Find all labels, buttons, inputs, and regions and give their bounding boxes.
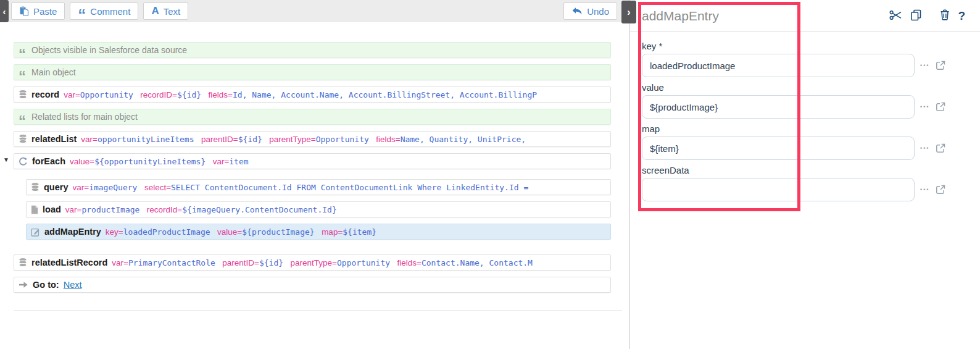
edit-icon	[31, 227, 40, 237]
open-in-new-icon[interactable]	[935, 184, 946, 195]
flow-row-record[interactable]: record var=Opportunity recordID=${id} fi…	[14, 86, 611, 103]
command-name: forEach	[32, 156, 65, 166]
attr-value: Contact.Name, Contact.M	[421, 258, 533, 267]
attr-value: Opportunity	[80, 90, 133, 99]
attr-name: recordId=	[147, 205, 182, 214]
value-input[interactable]	[642, 95, 915, 119]
paste-icon	[19, 6, 29, 16]
comment-row[interactable]: “ Main object	[14, 64, 611, 80]
more-options-icon[interactable]: •••	[920, 104, 929, 110]
cut-button[interactable]	[888, 9, 903, 23]
attr-name: fields=	[397, 258, 421, 267]
collapse-right-chevron-icon[interactable]: ›	[621, 1, 636, 23]
attr-value: PrimaryContactRole	[128, 258, 215, 267]
comment-text: Objects visible in Salesforce data sourc…	[31, 45, 187, 55]
flow-row-addmapentry-selected[interactable]: addMapEntry key=loadedProductImage value…	[26, 224, 611, 240]
attr-name: parentType=	[291, 258, 337, 267]
field-row: •••	[642, 95, 980, 119]
attr-name: parentID=	[222, 258, 259, 267]
field-label-value: value	[642, 82, 980, 93]
field-label-map: map	[642, 124, 980, 134]
attr-name: var=	[81, 135, 98, 144]
command-name: query	[44, 182, 69, 192]
command-attrs: var=imageQuery select=SELECT ContentDocu…	[73, 182, 533, 193]
collapse-left-chevron-icon[interactable]: ‹	[0, 0, 9, 22]
attr-value: ${productImage}	[242, 227, 314, 237]
paste-button[interactable]: Paste	[11, 2, 65, 20]
quote-icon: “	[78, 12, 86, 18]
more-options-icon[interactable]: •••	[920, 187, 929, 193]
flow-row-relatedlistrecord[interactable]: relatedListRecord var=PrimaryContactRole…	[14, 254, 611, 271]
loop-icon	[19, 157, 28, 166]
field-row: •••	[642, 137, 980, 160]
field-row: •••	[642, 178, 980, 201]
delete-button[interactable]	[939, 8, 951, 23]
flow-row-relatedlist[interactable]: relatedList var=opportunityLineItems par…	[14, 131, 611, 147]
comment-row[interactable]: “ Related lists for main object	[14, 109, 611, 125]
field-label-screendata: screenData	[642, 165, 980, 175]
database-icon	[19, 258, 27, 267]
attr-name: fields=	[209, 90, 233, 99]
flow-row-query[interactable]: query var=imageQuery select=SELECT Conte…	[26, 179, 611, 195]
chevron-right-icon: ›	[627, 7, 630, 18]
properties-actions: ?	[888, 8, 966, 24]
content-bottom-divider	[14, 310, 622, 311]
attr-value: opportunityLineItems	[98, 135, 194, 144]
attr-name: value=	[217, 227, 242, 237]
attr-name: var=	[73, 183, 89, 192]
command-attrs: value=${opportunityLineItems} var=item	[70, 156, 253, 167]
flow-row-foreach[interactable]: forEach value=${opportunityLineItems} va…	[14, 153, 611, 169]
scissors-icon	[889, 10, 902, 22]
attr-name: fields=	[376, 135, 400, 144]
attr-name: parentType=	[269, 135, 315, 144]
more-options-icon[interactable]: •••	[920, 62, 929, 69]
more-options-icon[interactable]: •••	[920, 145, 929, 151]
goto-label: Go to:	[33, 280, 59, 290]
comment-button-label: Comment	[90, 6, 130, 17]
attr-value: loadedProductImage	[123, 227, 210, 237]
quote-icon: “	[19, 119, 26, 123]
command-attrs: var=opportunityLineItems parentID=${id} …	[81, 133, 530, 145]
command-name: relatedListRecord	[31, 258, 107, 267]
database-icon	[19, 134, 27, 144]
editor-toolbar: ‹ Paste “ Comment A Text	[0, 0, 629, 22]
help-button[interactable]: ?	[957, 8, 966, 24]
attr-name: var=	[64, 90, 80, 99]
properties-fields: key * ••• value •••	[630, 32, 980, 201]
attr-name: key=	[106, 227, 123, 237]
map-input[interactable]	[642, 137, 915, 160]
file-icon	[31, 205, 38, 214]
database-icon	[19, 90, 27, 99]
attr-value: ${id}	[238, 135, 262, 144]
screendata-input[interactable]	[642, 178, 915, 201]
key-input[interactable]	[642, 54, 915, 77]
command-attrs: var=Opportunity recordID=${id} fields=Id…	[64, 89, 541, 100]
attr-value: Id, Name, Account.Name, Account.BillingS…	[233, 90, 537, 99]
flow-row-load[interactable]: load var=productImage recordId=${imageQu…	[26, 201, 611, 217]
attr-value: Opportunity	[316, 135, 369, 144]
open-in-new-icon[interactable]	[935, 143, 946, 154]
attr-value: SELECT ContentDocument.Id FROM ContentDo…	[171, 183, 528, 192]
attr-name: select=	[144, 183, 171, 192]
attr-name: value=	[70, 157, 94, 166]
attr-value: ${opportunityLineItems}	[94, 157, 206, 166]
comment-button[interactable]: “ Comment	[70, 2, 138, 20]
text-button[interactable]: A Text	[143, 2, 188, 20]
undo-icon	[571, 7, 583, 15]
app: ‹ Paste “ Comment A Text	[0, 0, 980, 349]
open-in-new-icon[interactable]	[935, 101, 946, 112]
database-icon	[31, 182, 39, 192]
undo-button[interactable]: Undo	[563, 2, 617, 20]
copy-button[interactable]	[909, 8, 923, 24]
open-in-new-icon[interactable]	[935, 60, 946, 71]
collapse-triangle-icon[interactable]: ▼	[3, 156, 9, 163]
undo-button-label: Undo	[587, 6, 609, 17]
goto-next-link[interactable]: Next	[64, 280, 82, 290]
comment-row[interactable]: “ Objects visible in Salesforce data sou…	[14, 42, 611, 58]
text-a-icon: A	[151, 5, 159, 17]
attr-value: Opportunity	[337, 258, 390, 267]
comment-text: Related lists for main object	[31, 112, 138, 122]
flow-row-goto[interactable]: Go to: Next	[14, 277, 611, 293]
help-icon: ?	[958, 9, 965, 23]
comment-text: Main object	[31, 67, 76, 77]
